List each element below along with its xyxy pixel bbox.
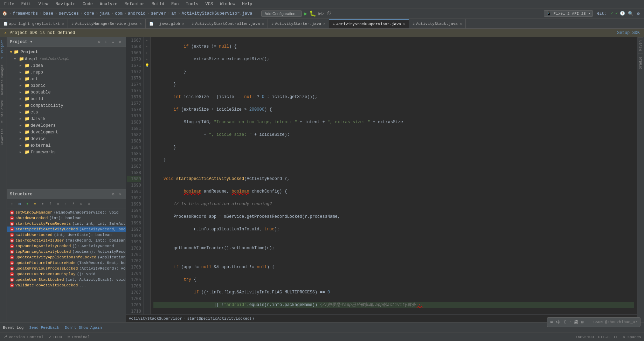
version-control-tab[interactable]: ⎇ Version Control: [3, 335, 43, 339]
breadcrumb-class[interactable]: ActivityStackSupervisor: [129, 316, 182, 321]
struct-expand-icon[interactable]: ⊞: [16, 201, 23, 208]
struct-inherited[interactable]: ↑: [62, 201, 69, 208]
breadcrumb-method[interactable]: startSpecificActivityLocked(): [187, 316, 254, 321]
profile-icon[interactable]: ⏱: [326, 11, 331, 16]
ime-moon[interactable]: ☾: [563, 320, 566, 325]
struct-method-updateprevious[interactable]: m updatePreviousProcessLocked(ActivityRe…: [7, 266, 126, 271]
struct-method-setwindowmanager[interactable]: m setWindowManager(WindowManagerService)…: [7, 210, 126, 215]
send-feedback-link[interactable]: Send Feedback: [29, 326, 59, 330]
panel-icon-settings[interactable]: ≡: [110, 39, 116, 45]
menu-tools[interactable]: Tools: [185, 1, 200, 7]
tab-close-button[interactable]: ✕: [460, 22, 462, 26]
tab-close-button[interactable]: ✕: [182, 22, 184, 26]
breadcrumb-android[interactable]: android: [128, 11, 145, 16]
menu-help[interactable]: Help: [241, 1, 254, 7]
struct-method-updateuserstack[interactable]: m updateUserStackLocked(int, ActivitySta…: [7, 277, 126, 283]
breadcrumb-frameworks[interactable]: frameworks: [13, 11, 38, 16]
struct-close-icon[interactable]: ✕: [117, 192, 123, 197]
struct-method-validatetop[interactable]: m validateTopActivitiesLocked...: [7, 283, 126, 288]
tree-cts[interactable]: ▶ 📁 cts: [7, 109, 126, 116]
toolbar-settings-icon[interactable]: ⚙: [635, 10, 642, 17]
menu-run[interactable]: Run: [170, 1, 180, 7]
breadcrumb-core[interactable]: core: [84, 11, 94, 16]
ime-dot[interactable]: ·: [569, 320, 571, 325]
struct-expand-all[interactable]: ⊞: [85, 201, 92, 208]
code-content[interactable]: 1667166816691670 1671167216731674 167516…: [126, 37, 637, 314]
breadcrumb-server[interactable]: server: [151, 11, 166, 16]
struct-filter-prot[interactable]: ●: [32, 201, 39, 208]
tree-bootable[interactable]: ▶ 📁 bootable: [7, 89, 126, 96]
tab-activity-stack-supervisor[interactable]: ☕ ActivityStackSupervisor.java ✕: [329, 19, 409, 28]
struct-method-switchuser[interactable]: m switchUserLocked(int, UserState): bool…: [7, 232, 126, 238]
coverage-icon[interactable]: ▶▷: [318, 11, 324, 16]
struct-filter-priv[interactable]: ●: [39, 201, 46, 208]
breadcrumb-com[interactable]: com: [115, 11, 123, 16]
struct-view-toggle[interactable]: ⊟: [78, 201, 85, 208]
struct-method-updateuids[interactable]: m updateUIDsPresentOnDisplay(): void: [7, 271, 126, 277]
struct-filter-pub[interactable]: ●: [24, 201, 31, 208]
panel-icon-close[interactable]: ✕: [117, 39, 123, 45]
tab-close-button[interactable]: ✕: [62, 22, 64, 26]
tab-close-button[interactable]: ✕: [323, 22, 325, 26]
right-tab-gradle[interactable]: Gradle: [638, 54, 643, 72]
struct-anon[interactable]: λ: [70, 201, 77, 208]
struct-sort-icon[interactable]: ↕: [8, 201, 15, 208]
setup-sdk-button[interactable]: Setup SDK: [617, 30, 640, 35]
panel-icon-expand[interactable]: ⊟: [103, 39, 109, 45]
breadcrumb-base[interactable]: base: [43, 11, 53, 16]
menu-refactor[interactable]: Refactor: [123, 1, 146, 7]
tab-activity-manager-service[interactable]: ☕ ActivityManagerService.java ✕: [68, 19, 145, 28]
toolbar-search-icon[interactable]: 🔍: [627, 10, 634, 17]
project-root[interactable]: ▼ 📁 Project: [7, 48, 126, 56]
menu-window[interactable]: Window: [219, 1, 236, 7]
breadcrumb-services[interactable]: services: [58, 11, 79, 16]
debug-icon[interactable]: 🐛: [309, 10, 316, 17]
menu-analyze[interactable]: Analyze: [98, 1, 119, 7]
struct-method-shutdown[interactable]: m shutdownLocked(int): boolean: [7, 215, 126, 221]
vertical-tab-structure2[interactable]: 2: Structure: [0, 97, 7, 126]
tree-build[interactable]: ▶ 📁 build: [7, 96, 126, 102]
vertical-tab-project[interactable]: 1: Project: [0, 37, 7, 62]
tab-activity-starter[interactable]: ☕ ActivityStarter.java ✕: [268, 19, 329, 28]
struct-method-toprunningactivity2[interactable]: m topRunningActivityLocked(boolean): Act…: [7, 249, 126, 255]
right-tab-maven[interactable]: Maven: [638, 37, 643, 54]
tree-idea[interactable]: ▶ 📁 .idea: [7, 62, 126, 69]
struct-method-updatepip[interactable]: m updatePictureInPictureMode(TaskRecord,…: [7, 260, 126, 266]
struct-settings-icon[interactable]: ⚙: [110, 192, 116, 197]
tree-development[interactable]: ▶ 📁 development: [7, 129, 126, 135]
ime-chinese[interactable]: 中: [556, 319, 561, 325]
git-check-icon[interactable]: ✓: [611, 11, 613, 16]
dont-show-again-link[interactable]: Don't Show Again: [65, 326, 102, 330]
nav-aosp1[interactable]: 🏠: [2, 11, 7, 16]
git-update-icon[interactable]: ✓: [615, 11, 618, 16]
struct-filter-method[interactable]: m: [55, 201, 62, 208]
tab-api-greylist[interactable]: 📄 api-light-greylist.txt ✕: [0, 19, 68, 28]
menu-edit[interactable]: Edit: [20, 1, 33, 7]
run-config-button[interactable]: Add Configuration...: [261, 11, 302, 17]
git-clock-icon[interactable]: 🕐: [620, 11, 625, 16]
terminal-tab[interactable]: ⌨ Terminal: [68, 335, 90, 339]
tab-activity-stack[interactable]: ☕ ActivityStack.java ✕: [409, 19, 466, 28]
tab-close-button[interactable]: ✕: [403, 22, 405, 26]
tree-dalvik[interactable]: ▶ 📁 dalvik: [7, 116, 126, 122]
menu-navigate[interactable]: Navigate: [54, 1, 77, 7]
todo-tab[interactable]: ✓ TODO: [49, 335, 62, 339]
tab-java-glob[interactable]: 📄 __java.glob ✕: [146, 19, 188, 28]
tree-device[interactable]: ▶ 📁 device: [7, 135, 126, 142]
tree-compatibility[interactable]: ▶ 📁 compatibility: [7, 102, 126, 109]
tree-bionic[interactable]: ▶ 📁 bionic: [7, 82, 126, 89]
tree-aosp1[interactable]: ▼ 📁 Aosp1 /mnt/sda/Aosp1: [7, 56, 126, 62]
struct-method-updateactivityapp[interactable]: m updateActivityApplicationInfoLocked(Ap…: [7, 255, 126, 260]
tab-close-button[interactable]: ✕: [262, 22, 264, 26]
ime-grid[interactable]: ⊞: [581, 320, 583, 325]
tab-activity-start-controller[interactable]: ☕ ActivityStartController.java ✕: [188, 19, 268, 28]
vertical-tab-favorites[interactable]: Favorites: [0, 126, 7, 148]
breadcrumb-java[interactable]: java: [99, 11, 110, 16]
ime-simplified[interactable]: 简: [574, 319, 578, 325]
tree-frameworks[interactable]: ▶ 📁 frameworks: [7, 149, 126, 155]
device-selector[interactable]: 📱 Pixel 2 API 28 ▾: [544, 10, 593, 17]
tab-close-button[interactable]: ✕: [140, 22, 142, 26]
menu-build[interactable]: Build: [150, 1, 166, 7]
breadcrumb-file[interactable]: ActivityStackSupervisor.java: [182, 11, 252, 16]
menu-code[interactable]: Code: [81, 1, 94, 7]
